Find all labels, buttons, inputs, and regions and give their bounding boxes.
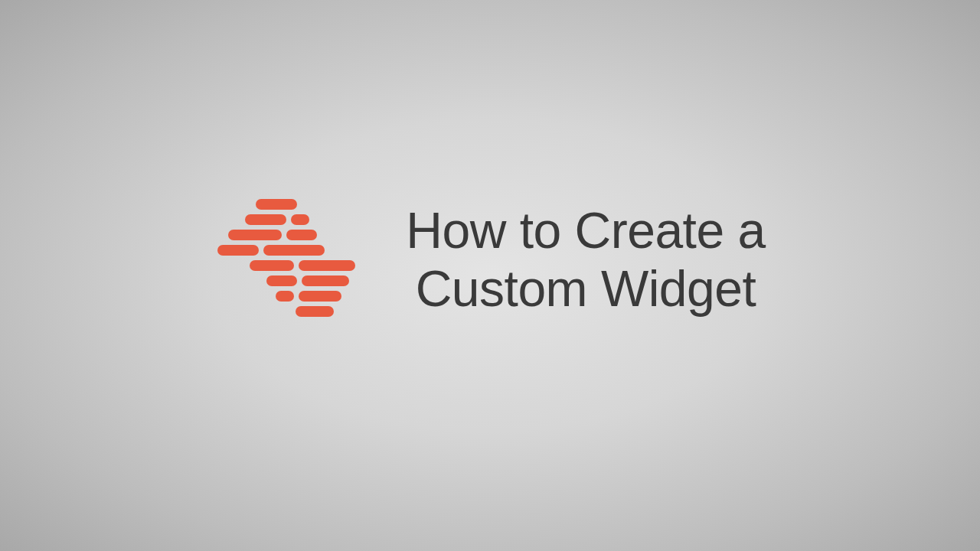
logo-icon <box>214 199 360 321</box>
title-line-1: How to Create a <box>406 202 765 259</box>
title-line-2: Custom Widget <box>416 260 756 317</box>
page-title: How to Create a Custom Widget <box>406 202 765 318</box>
title-card: How to Create a Custom Widget <box>214 199 765 321</box>
